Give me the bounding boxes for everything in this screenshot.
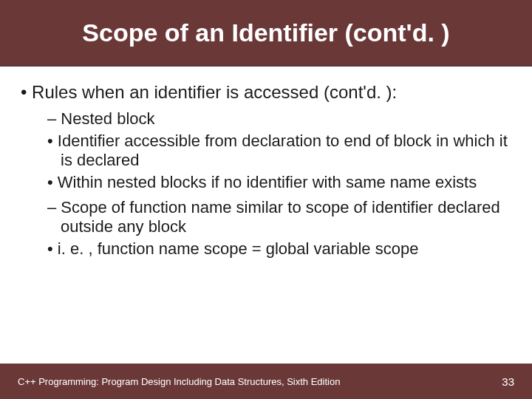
bullet-list-dot-2: i. e. , function name scope = global var… <box>47 239 511 259</box>
footer-source: C++ Programming: Program Design Includin… <box>18 376 340 387</box>
bullet-dash-1: Nested block <box>47 109 511 129</box>
bullet-dot-3: i. e. , function name scope = global var… <box>47 239 511 259</box>
bullet-list-dash-2: Scope of function name similar to scope … <box>47 198 511 236</box>
footer-bar: C++ Programming: Program Design Includin… <box>0 364 532 399</box>
bullet-dot-2: Within nested blocks if no identifier wi… <box>47 173 511 192</box>
bullet-dash-2: Scope of function name similar to scope … <box>47 198 511 236</box>
bullet-list-dash: Nested block <box>47 109 511 129</box>
footer-page-number: 33 <box>502 375 514 388</box>
slide-title: Scope of an Identifier (cont'd. ) <box>82 18 449 47</box>
slide-content: Rules when an identifier is accessed (co… <box>0 66 532 399</box>
bullet-top: Rules when an identifier is accessed (co… <box>21 81 511 103</box>
bullet-dot-1: Identifier accessible from declaration t… <box>47 132 511 170</box>
slide: Scope of an Identifier (cont'd. ) Rules … <box>0 0 532 399</box>
bullet-list-top: Rules when an identifier is accessed (co… <box>21 81 511 103</box>
title-bar: Scope of an Identifier (cont'd. ) <box>0 0 532 66</box>
bullet-list-dot-1: Identifier accessible from declaration t… <box>47 132 511 192</box>
